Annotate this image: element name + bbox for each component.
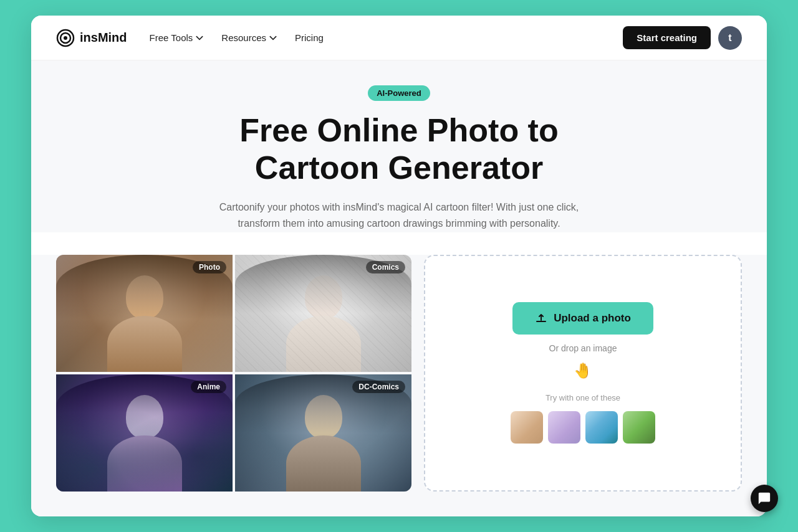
cell-comics-label: Comics [366,261,405,273]
grid-cell-dccomics: DC-Comics [235,374,411,492]
nav-free-tools[interactable]: Free Tools [150,32,204,43]
navbar: insMind Free Tools Resources Pricing Sta… [31,16,767,60]
try-text: Try with one of these [546,393,620,402]
start-creating-button[interactable]: Start creating [623,26,711,49]
upload-box: Upload a photo Or drop an image 🤚 Try wi… [424,255,742,492]
cell-anime-label: Anime [191,381,226,393]
navbar-left: insMind Free Tools Resources Pricing [56,29,324,47]
upload-photo-button[interactable]: Upload a photo [512,302,653,335]
logo[interactable]: insMind [56,29,127,47]
chevron-down-icon [269,34,277,42]
avatar[interactable]: t [718,26,742,50]
drop-text: Or drop an image [549,343,617,353]
nav-items: Free Tools Resources Pricing [150,32,324,43]
navbar-right: Start creating t [623,26,742,50]
hero-section: AI-Powered Free Online Photo to Cartoon … [31,60,767,232]
sample-thumb-4[interactable] [623,411,655,444]
sample-thumb-3[interactable] [585,411,618,444]
svg-point-2 [64,36,67,40]
sample-images [511,411,655,444]
sample-thumb-2[interactable] [548,411,580,444]
chevron-down-icon [195,34,204,42]
chat-icon [757,492,771,505]
chat-bubble-button[interactable] [751,485,778,512]
image-grid: Photo Comics [56,255,411,492]
brand-name: insMind [80,31,127,45]
nav-resources[interactable]: Resources [221,32,277,43]
cell-dccomics-label: DC-Comics [352,381,405,393]
sample-thumb-1[interactable] [511,411,543,444]
hero-subtitle: Cartoonify your photos with insMind's ma… [206,199,592,232]
ai-powered-badge: AI-Powered [368,85,430,101]
grid-cell-comics: Comics [235,255,411,372]
grid-cell-anime: Anime [56,374,233,492]
main-content: Photo Comics [31,255,767,516]
hero-title: Free Online Photo to Cartoon Generator [56,112,742,187]
logo-icon [56,29,75,47]
cell-photo-label: Photo [193,261,226,273]
upload-icon [535,312,547,325]
hand-icon: 🤚 [574,362,592,379]
grid-cell-photo: Photo [56,255,233,372]
nav-pricing[interactable]: Pricing [295,32,324,43]
